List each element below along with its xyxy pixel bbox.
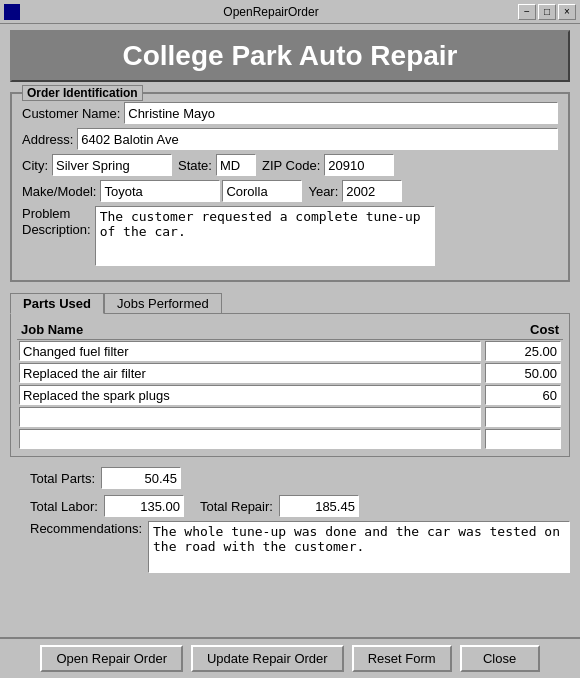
summary-section: Total Parts: Total Labor: Total Repair: …	[10, 457, 570, 577]
maximize-button[interactable]: □	[538, 4, 556, 20]
job-name-input[interactable]	[19, 341, 481, 361]
close-button[interactable]: Close	[460, 645, 540, 672]
tab-content: Job Name Cost	[10, 313, 570, 457]
problem-textarea[interactable]	[95, 206, 435, 266]
window-title: OpenRepairOrder	[24, 5, 518, 19]
total-parts-input[interactable]	[101, 467, 181, 489]
total-repair-input[interactable]	[279, 495, 359, 517]
total-parts-row: Total Parts:	[10, 467, 570, 489]
job-cost-input[interactable]	[485, 429, 561, 449]
tab-parts-used[interactable]: Parts Used	[10, 293, 104, 314]
city-label: City:	[22, 158, 48, 173]
job-cost-input[interactable]	[485, 341, 561, 361]
job-name-input[interactable]	[19, 385, 481, 405]
make-input[interactable]	[100, 180, 220, 202]
col-cost-header: Cost	[483, 320, 563, 340]
address-label: Address:	[22, 132, 73, 147]
bottom-bar: Open Repair Order Update Repair Order Re…	[0, 637, 580, 678]
recommendations-textarea[interactable]	[148, 521, 570, 573]
job-name-input[interactable]	[19, 363, 481, 383]
tab-jobs-performed[interactable]: Jobs Performed	[104, 293, 222, 314]
customer-name-row: Customer Name:	[22, 102, 558, 124]
app-icon	[4, 4, 20, 20]
header-banner: College Park Auto Repair	[10, 30, 570, 82]
address-input[interactable]	[77, 128, 558, 150]
total-parts-label: Total Parts:	[30, 471, 95, 486]
tabs-container: Parts Used Jobs Performed Job Name Cost	[10, 292, 570, 457]
job-cost-input[interactable]	[485, 385, 561, 405]
make-model-year-row: Make/Model: Year:	[22, 180, 558, 202]
table-row	[17, 406, 563, 428]
address-row: Address:	[22, 128, 558, 150]
year-input[interactable]	[342, 180, 402, 202]
job-cost-input[interactable]	[485, 363, 561, 383]
problem-label: Problem Description:	[22, 206, 91, 237]
state-input[interactable]	[216, 154, 256, 176]
total-labor-label: Total Labor:	[30, 499, 98, 514]
reset-form-button[interactable]: Reset Form	[352, 645, 452, 672]
year-label: Year:	[308, 184, 338, 199]
recommendations-row: Recommendations:	[10, 521, 570, 573]
table-row	[17, 384, 563, 406]
city-input[interactable]	[52, 154, 172, 176]
state-label: State:	[178, 158, 212, 173]
problem-row: Problem Description:	[22, 206, 558, 266]
order-identification-section: Order Identification Customer Name: Addr…	[10, 92, 570, 282]
minimize-button[interactable]: −	[518, 4, 536, 20]
title-bar: OpenRepairOrder − □ ×	[0, 0, 580, 24]
table-row	[17, 362, 563, 384]
city-state-zip-row: City: State: ZIP Code:	[22, 154, 558, 176]
job-name-input[interactable]	[19, 407, 481, 427]
recommendations-label: Recommendations:	[30, 521, 142, 536]
job-cost-input[interactable]	[485, 407, 561, 427]
col-job-name-header: Job Name	[17, 320, 483, 340]
total-labor-row: Total Labor: Total Repair:	[10, 495, 570, 517]
zip-label: ZIP Code:	[262, 158, 320, 173]
customer-name-label: Customer Name:	[22, 106, 120, 121]
model-input[interactable]	[222, 180, 302, 202]
make-model-label: Make/Model:	[22, 184, 96, 199]
total-repair-label: Total Repair:	[200, 499, 273, 514]
window-controls: − □ ×	[518, 4, 576, 20]
job-name-input[interactable]	[19, 429, 481, 449]
section-label: Order Identification	[22, 85, 143, 101]
update-repair-order-button[interactable]: Update Repair Order	[191, 645, 344, 672]
jobs-table: Job Name Cost	[17, 320, 563, 450]
close-button[interactable]: ×	[558, 4, 576, 20]
zip-input[interactable]	[324, 154, 394, 176]
customer-name-input[interactable]	[124, 102, 558, 124]
open-repair-order-button[interactable]: Open Repair Order	[40, 645, 183, 672]
tabs-header: Parts Used Jobs Performed	[10, 292, 570, 313]
table-row	[17, 340, 563, 363]
total-labor-input[interactable]	[104, 495, 184, 517]
table-row	[17, 428, 563, 450]
main-content: College Park Auto Repair Order Identific…	[0, 24, 580, 583]
